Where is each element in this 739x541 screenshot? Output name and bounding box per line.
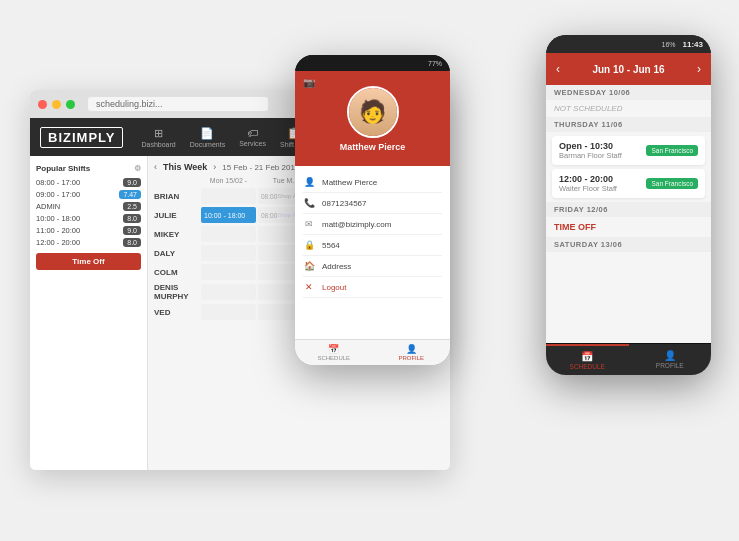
address-bar[interactable]: scheduling.bizi... (88, 97, 268, 111)
profile-list: 👤 Matthew Pierce 📞 0871234567 ✉ matt@biz… (295, 166, 450, 339)
email-icon: ✉ (303, 219, 315, 229)
list-item: 🔒 5564 (303, 235, 442, 256)
nav-documents[interactable]: 📄 Documents (190, 127, 225, 148)
location-tag: San Francisco (646, 145, 698, 156)
phone2-body: ‹ Jun 10 - Jun 16 › WEDNESDAY 10/06 NOT … (546, 53, 711, 375)
tab-profile[interactable]: 👤 PROFILE (373, 340, 451, 365)
list-item: 🏠 Address (303, 256, 442, 277)
services-icon: 🏷 (247, 127, 258, 139)
phone1-status-bar: 77% (295, 55, 450, 71)
home-icon: 🏠 (303, 261, 315, 271)
phone-number-field: 0871234567 (322, 199, 367, 208)
minimize-dot[interactable] (52, 100, 61, 109)
nav-services-label: Services (239, 140, 266, 147)
shift-time: Open - 10:30 (559, 141, 622, 151)
day-header: SATURDAY 13/06 (546, 237, 711, 252)
nav-documents-label: Documents (190, 141, 225, 148)
nav-services[interactable]: 🏷 Services (239, 127, 266, 148)
shift-row: ADMIN 2.5 (36, 202, 141, 211)
profile-header: 📷 🧑 Matthew Pierce (295, 71, 450, 166)
person-icon: 👤 (303, 177, 315, 187)
nav-dashboard-label: Dashboard (141, 141, 175, 148)
logout-icon: ✕ (303, 282, 315, 292)
address-field: Address (322, 262, 351, 271)
documents-icon: 📄 (200, 127, 214, 140)
time-off-label: TIME OFF (546, 217, 711, 237)
phone1-body: 📷 🧑 Matthew Pierce 👤 Matthew Pierce 📞 08… (295, 71, 450, 365)
tab-profile[interactable]: 👤 PROFILE (629, 344, 712, 375)
next-week-button[interactable]: › (213, 162, 216, 172)
day-header: WEDNESDAY 10/06 (546, 85, 711, 100)
profile-name: Matthew Pierce (340, 142, 406, 152)
phone2-status-bar: 16% 11:43 (546, 35, 711, 53)
schedule-date-range: Jun 10 - Jun 16 (592, 64, 664, 75)
email-field: matt@bizimply.com (322, 220, 391, 229)
logout-label: Logout (322, 283, 346, 292)
time-off-button[interactable]: Time Off (36, 253, 141, 270)
prev-week-button[interactable]: ‹ (154, 162, 157, 172)
day-header: THURSDAY 11/06 (546, 117, 711, 132)
battery-indicator: 77% (428, 60, 442, 67)
shift-row: 09:00 - 17:00 7.47 (36, 190, 141, 199)
schedule-header: ‹ Jun 10 - Jun 16 › (546, 53, 711, 85)
shift-card: 12:00 - 20:00 Waiter Floor Staff San Fra… (552, 169, 705, 198)
shift-role: Barman Floor Staff (559, 151, 622, 160)
phone2-bottom-nav: 📅 SCHEDULE 👤 PROFILE (546, 343, 711, 375)
shift-row: 10:00 - 18:00 8.0 (36, 214, 141, 223)
list-item[interactable]: ✕ Logout (303, 277, 442, 298)
list-item: ✉ matt@bizimply.com (303, 214, 442, 235)
phone-icon: 📞 (303, 198, 315, 208)
schedule-tab-icon: 📅 (581, 351, 593, 362)
not-scheduled-label: NOT SCHEDULED (546, 100, 711, 117)
phone2-battery: 16% (662, 41, 676, 48)
location-tag: San Francisco (646, 178, 698, 189)
profile-tab-label: PROFILE (656, 362, 684, 369)
phone1-device: 77% 📷 🧑 Matthew Pierce 👤 Matthew Pierce … (295, 55, 450, 365)
nav-dashboard[interactable]: ⊞ Dashboard (141, 127, 175, 148)
shift-row: 11:00 - 20:00 9.0 (36, 226, 141, 235)
next-week-arrow[interactable]: › (697, 62, 701, 76)
shift-time: 12:00 - 20:00 (559, 174, 617, 184)
phone2-time: 11:43 (683, 40, 703, 49)
schedule-sections: WEDNESDAY 10/06 NOT SCHEDULED THURSDAY 1… (546, 85, 711, 343)
schedule-tab-label: SCHEDULE (317, 355, 350, 361)
avatar: 🧑 (347, 86, 399, 138)
shift-role: Waiter Floor Staff (559, 184, 617, 193)
tab-schedule[interactable]: 📅 SCHEDULE (295, 340, 373, 365)
app-logo: BIZIMPLY (40, 127, 123, 148)
phone1-bottom-nav: 📅 SCHEDULE 👤 PROFILE (295, 339, 450, 365)
dashboard-icon: ⊞ (154, 127, 163, 140)
list-item: 👤 Matthew Pierce (303, 172, 442, 193)
close-dot[interactable] (38, 100, 47, 109)
shift-row: 08:00 - 17:00 9.0 (36, 178, 141, 187)
panel-title: Popular Shifts ⚙ (36, 164, 141, 173)
left-panel: Popular Shifts ⚙ 08:00 - 17:00 9.0 09:00… (30, 156, 148, 470)
shift-card: Open - 10:30 Barman Floor Staff San Fran… (552, 136, 705, 165)
profile-tab-label: PROFILE (398, 355, 424, 361)
phone2-device: 16% 11:43 ‹ Jun 10 - Jun 16 › WEDNESDAY … (546, 35, 711, 375)
shift-row: 12:00 - 20:00 8.0 (36, 238, 141, 247)
profile-name-field: Matthew Pierce (322, 178, 377, 187)
camera-icon[interactable]: 📷 (303, 77, 315, 88)
profile-tab-icon: 👤 (406, 344, 417, 354)
schedule-tab-label: SCHEDULE (570, 363, 605, 370)
lock-icon: 🔒 (303, 240, 315, 250)
tab-schedule[interactable]: 📅 SCHEDULE (546, 344, 629, 375)
shift-info: 12:00 - 20:00 Waiter Floor Staff (559, 174, 617, 193)
day-header: FRIDAY 12/06 (546, 202, 711, 217)
shift-info: Open - 10:30 Barman Floor Staff (559, 141, 622, 160)
profile-tab-icon: 👤 (664, 350, 676, 361)
schedule-tab-icon: 📅 (328, 344, 339, 354)
prev-week-arrow[interactable]: ‹ (556, 62, 560, 76)
maximize-dot[interactable] (66, 100, 75, 109)
pin-field: 5564 (322, 241, 340, 250)
list-item: 📞 0871234567 (303, 193, 442, 214)
